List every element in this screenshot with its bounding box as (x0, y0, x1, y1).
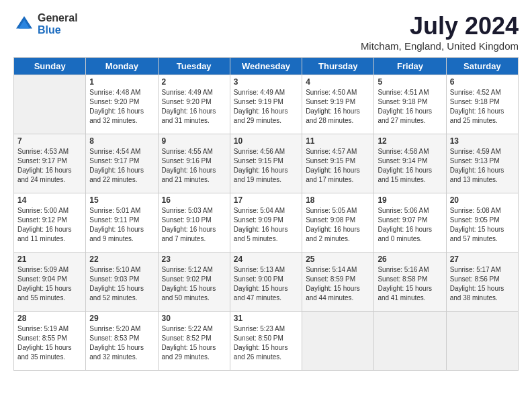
day-number: 25 (306, 255, 370, 264)
table-cell: 2Sunrise: 4:49 AM Sunset: 9:20 PM Daylig… (158, 75, 230, 134)
day-number: 18 (306, 195, 370, 205)
day-info: Sunrise: 5:12 AM Sunset: 9:02 PM Dayligh… (162, 265, 226, 303)
table-cell: 9Sunrise: 4:55 AM Sunset: 9:16 PM Daylig… (158, 134, 230, 193)
day-number: 20 (450, 195, 515, 205)
table-cell: 27Sunrise: 5:17 AM Sunset: 8:56 PM Dayli… (446, 253, 518, 312)
day-info: Sunrise: 5:20 AM Sunset: 8:53 PM Dayligh… (89, 324, 154, 362)
day-info: Sunrise: 4:51 AM Sunset: 9:18 PM Dayligh… (378, 88, 442, 126)
day-info: Sunrise: 4:58 AM Sunset: 9:14 PM Dayligh… (378, 147, 442, 185)
table-cell (302, 312, 374, 371)
day-number: 13 (450, 136, 515, 146)
col-wednesday: Wednesday (230, 58, 302, 75)
table-cell: 28Sunrise: 5:19 AM Sunset: 8:55 PM Dayli… (14, 312, 86, 371)
table-cell: 15Sunrise: 5:01 AM Sunset: 9:11 PM Dayli… (86, 193, 158, 253)
day-info: Sunrise: 4:59 AM Sunset: 9:13 PM Dayligh… (450, 147, 515, 185)
day-info: Sunrise: 4:52 AM Sunset: 9:18 PM Dayligh… (450, 88, 515, 126)
logo-text: General Blue (38, 12, 78, 36)
logo-icon (13, 13, 35, 35)
day-number: 23 (162, 255, 226, 264)
logo: General Blue (13, 12, 78, 36)
logo-blue: Blue (38, 24, 78, 36)
day-info: Sunrise: 5:03 AM Sunset: 9:10 PM Dayligh… (162, 206, 226, 244)
day-number: 8 (89, 136, 154, 146)
day-number: 10 (234, 136, 298, 146)
table-cell (374, 312, 446, 371)
main-title: July 2024 (361, 12, 519, 40)
day-info: Sunrise: 4:57 AM Sunset: 9:15 PM Dayligh… (306, 147, 370, 185)
day-number: 30 (162, 314, 226, 323)
table-cell: 19Sunrise: 5:06 AM Sunset: 9:07 PM Dayli… (374, 193, 446, 253)
day-info: Sunrise: 4:48 AM Sunset: 9:20 PM Dayligh… (89, 88, 154, 126)
day-info: Sunrise: 5:19 AM Sunset: 8:55 PM Dayligh… (17, 324, 82, 362)
table-row: 7Sunrise: 4:53 AM Sunset: 9:17 PM Daylig… (14, 134, 519, 193)
header-row: Sunday Monday Tuesday Wednesday Thursday… (14, 58, 519, 75)
day-info: Sunrise: 5:14 AM Sunset: 8:59 PM Dayligh… (306, 265, 370, 303)
table-cell: 10Sunrise: 4:56 AM Sunset: 9:15 PM Dayli… (230, 134, 302, 193)
table-cell: 6Sunrise: 4:52 AM Sunset: 9:18 PM Daylig… (446, 75, 518, 134)
logo-general: General (38, 12, 78, 24)
day-info: Sunrise: 5:05 AM Sunset: 9:08 PM Dayligh… (306, 206, 370, 244)
day-info: Sunrise: 4:54 AM Sunset: 9:17 PM Dayligh… (89, 147, 154, 185)
table-row: 1Sunrise: 4:48 AM Sunset: 9:20 PM Daylig… (14, 75, 519, 134)
table-cell: 29Sunrise: 5:20 AM Sunset: 8:53 PM Dayli… (86, 312, 158, 371)
day-info: Sunrise: 4:55 AM Sunset: 9:16 PM Dayligh… (162, 147, 226, 185)
table-cell: 7Sunrise: 4:53 AM Sunset: 9:17 PM Daylig… (14, 134, 86, 193)
day-number: 4 (306, 77, 370, 87)
day-number: 9 (162, 136, 226, 146)
col-tuesday: Tuesday (158, 58, 230, 75)
day-number: 6 (450, 77, 515, 87)
table-cell: 23Sunrise: 5:12 AM Sunset: 9:02 PM Dayli… (158, 253, 230, 312)
day-number: 5 (378, 77, 442, 87)
table-cell (14, 75, 86, 134)
day-info: Sunrise: 5:10 AM Sunset: 9:03 PM Dayligh… (89, 265, 154, 303)
table-cell: 30Sunrise: 5:22 AM Sunset: 8:52 PM Dayli… (158, 312, 230, 371)
day-number: 2 (162, 77, 226, 87)
day-number: 3 (234, 77, 298, 87)
day-number: 16 (162, 195, 226, 205)
col-monday: Monday (86, 58, 158, 75)
day-info: Sunrise: 5:00 AM Sunset: 9:12 PM Dayligh… (17, 206, 82, 244)
table-row: 28Sunrise: 5:19 AM Sunset: 8:55 PM Dayli… (14, 312, 519, 371)
day-info: Sunrise: 4:53 AM Sunset: 9:17 PM Dayligh… (17, 147, 82, 185)
table-cell: 5Sunrise: 4:51 AM Sunset: 9:18 PM Daylig… (374, 75, 446, 134)
col-saturday: Saturday (446, 58, 518, 75)
day-number: 11 (306, 136, 370, 146)
col-friday: Friday (374, 58, 446, 75)
header: General Blue July 2024 Mitcham, England,… (13, 12, 519, 52)
day-info: Sunrise: 4:56 AM Sunset: 9:15 PM Dayligh… (234, 147, 298, 185)
day-info: Sunrise: 5:13 AM Sunset: 9:00 PM Dayligh… (234, 265, 298, 303)
table-cell: 4Sunrise: 4:50 AM Sunset: 9:19 PM Daylig… (302, 75, 374, 134)
day-number: 7 (17, 136, 82, 146)
table-cell: 18Sunrise: 5:05 AM Sunset: 9:08 PM Dayli… (302, 193, 374, 253)
table-cell: 8Sunrise: 4:54 AM Sunset: 9:17 PM Daylig… (86, 134, 158, 193)
table-cell: 25Sunrise: 5:14 AM Sunset: 8:59 PM Dayli… (302, 253, 374, 312)
col-sunday: Sunday (14, 58, 86, 75)
table-cell: 3Sunrise: 4:49 AM Sunset: 9:19 PM Daylig… (230, 75, 302, 134)
title-block: July 2024 Mitcham, England, United Kingd… (361, 12, 519, 52)
day-number: 27 (450, 255, 515, 264)
day-info: Sunrise: 5:09 AM Sunset: 9:04 PM Dayligh… (17, 265, 82, 303)
day-number: 29 (89, 314, 154, 323)
day-number: 28 (17, 314, 82, 323)
table-cell: 22Sunrise: 5:10 AM Sunset: 9:03 PM Dayli… (86, 253, 158, 312)
table-cell: 24Sunrise: 5:13 AM Sunset: 9:00 PM Dayli… (230, 253, 302, 312)
day-info: Sunrise: 5:17 AM Sunset: 8:56 PM Dayligh… (450, 265, 515, 303)
day-info: Sunrise: 4:49 AM Sunset: 9:19 PM Dayligh… (234, 88, 298, 126)
table-cell: 21Sunrise: 5:09 AM Sunset: 9:04 PM Dayli… (14, 253, 86, 312)
day-number: 12 (378, 136, 442, 146)
table-cell: 13Sunrise: 4:59 AM Sunset: 9:13 PM Dayli… (446, 134, 518, 193)
day-number: 26 (378, 255, 442, 264)
col-thursday: Thursday (302, 58, 374, 75)
day-number: 31 (234, 314, 298, 323)
calendar: Sunday Monday Tuesday Wednesday Thursday… (13, 57, 519, 371)
day-number: 1 (89, 77, 154, 87)
day-info: Sunrise: 4:50 AM Sunset: 9:19 PM Dayligh… (306, 88, 370, 126)
table-cell: 20Sunrise: 5:08 AM Sunset: 9:05 PM Dayli… (446, 193, 518, 253)
page: General Blue July 2024 Mitcham, England,… (0, 0, 532, 411)
table-cell: 26Sunrise: 5:16 AM Sunset: 8:58 PM Dayli… (374, 253, 446, 312)
subtitle: Mitcham, England, United Kingdom (361, 40, 519, 52)
table-cell: 31Sunrise: 5:23 AM Sunset: 8:50 PM Dayli… (230, 312, 302, 371)
day-number: 15 (89, 195, 154, 205)
day-number: 17 (234, 195, 298, 205)
day-info: Sunrise: 4:49 AM Sunset: 9:20 PM Dayligh… (162, 88, 226, 126)
